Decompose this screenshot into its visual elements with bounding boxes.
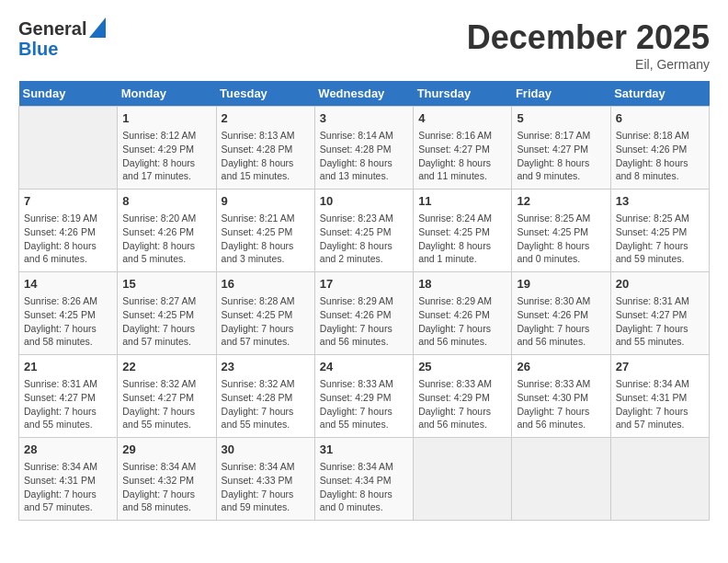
day-number: 16: [222, 276, 310, 293]
day-number: 8: [122, 193, 210, 210]
calendar-table: SundayMondayTuesdayWednesdayThursdayFrid…: [18, 81, 710, 521]
calendar-cell: 23Sunrise: 8:32 AMSunset: 4:28 PMDayligh…: [216, 355, 314, 438]
day-info: Sunrise: 8:32 AMSunset: 4:28 PMDaylight:…: [222, 377, 310, 431]
day-number: 9: [222, 193, 310, 210]
day-number: 3: [320, 110, 408, 127]
calendar-cell: 18Sunrise: 8:29 AMSunset: 4:26 PMDayligh…: [414, 272, 512, 355]
day-info: Sunrise: 8:34 AMSunset: 4:31 PMDaylight:…: [616, 377, 704, 431]
col-header-sunday: Sunday: [19, 81, 118, 107]
day-info: Sunrise: 8:34 AMSunset: 4:34 PMDaylight:…: [320, 460, 408, 514]
day-number: 13: [616, 193, 704, 210]
day-info: Sunrise: 8:21 AMSunset: 4:25 PMDaylight:…: [222, 212, 310, 266]
calendar-cell: [19, 107, 118, 190]
day-info: Sunrise: 8:13 AMSunset: 4:28 PMDaylight:…: [222, 129, 310, 183]
day-info: Sunrise: 8:16 AMSunset: 4:27 PMDaylight:…: [418, 129, 506, 183]
day-number: 20: [616, 276, 704, 293]
calendar-cell: 16Sunrise: 8:28 AMSunset: 4:25 PMDayligh…: [216, 272, 314, 355]
day-info: Sunrise: 8:27 AMSunset: 4:25 PMDaylight:…: [122, 294, 210, 349]
day-info: Sunrise: 8:19 AMSunset: 4:26 PMDaylight:…: [24, 212, 112, 266]
day-number: 5: [517, 110, 605, 127]
logo-blue: Blue: [18, 39, 58, 59]
calendar-cell: 2Sunrise: 8:13 AMSunset: 4:28 PMDaylight…: [216, 107, 314, 190]
calendar-cell: [610, 438, 709, 521]
day-number: 21: [24, 359, 112, 375]
page-header: General Blue December 2025 Eil, Germany: [18, 18, 710, 72]
day-number: 11: [418, 193, 506, 210]
calendar-cell: 6Sunrise: 8:18 AMSunset: 4:26 PMDaylight…: [610, 107, 709, 190]
col-header-friday: Friday: [512, 81, 610, 107]
calendar-week-2: 7Sunrise: 8:19 AMSunset: 4:26 PMDaylight…: [19, 190, 710, 272]
calendar-week-3: 14Sunrise: 8:26 AMSunset: 4:25 PMDayligh…: [19, 272, 710, 355]
calendar-cell: 10Sunrise: 8:23 AMSunset: 4:25 PMDayligh…: [314, 190, 413, 272]
day-info: Sunrise: 8:31 AMSunset: 4:27 PMDaylight:…: [24, 377, 112, 431]
calendar-cell: 26Sunrise: 8:33 AMSunset: 4:30 PMDayligh…: [512, 355, 610, 438]
day-number: 7: [24, 193, 112, 210]
day-number: 30: [222, 442, 310, 458]
day-number: 18: [418, 276, 506, 293]
day-info: Sunrise: 8:18 AMSunset: 4:26 PMDaylight:…: [616, 129, 704, 183]
day-info: Sunrise: 8:30 AMSunset: 4:26 PMDaylight:…: [517, 294, 605, 349]
day-number: 15: [122, 276, 210, 293]
day-number: 28: [24, 442, 112, 458]
calendar-cell: 24Sunrise: 8:33 AMSunset: 4:29 PMDayligh…: [314, 355, 413, 438]
day-info: Sunrise: 8:25 AMSunset: 4:25 PMDaylight:…: [616, 212, 704, 266]
calendar-cell: 29Sunrise: 8:34 AMSunset: 4:32 PMDayligh…: [118, 438, 216, 521]
calendar-cell: 9Sunrise: 8:21 AMSunset: 4:25 PMDaylight…: [216, 190, 314, 272]
calendar-cell: 22Sunrise: 8:32 AMSunset: 4:27 PMDayligh…: [118, 355, 216, 438]
day-number: 31: [320, 442, 408, 458]
day-info: Sunrise: 8:34 AMSunset: 4:32 PMDaylight:…: [122, 460, 210, 514]
day-info: Sunrise: 8:29 AMSunset: 4:26 PMDaylight:…: [418, 294, 506, 349]
month-title: December 2025: [467, 18, 710, 57]
col-header-thursday: Thursday: [414, 81, 512, 107]
day-number: 6: [616, 110, 704, 127]
day-number: 14: [24, 276, 112, 293]
day-info: Sunrise: 8:23 AMSunset: 4:25 PMDaylight:…: [320, 212, 408, 266]
day-info: Sunrise: 8:29 AMSunset: 4:26 PMDaylight:…: [320, 294, 408, 349]
day-number: 25: [418, 359, 506, 375]
day-number: 22: [122, 359, 210, 375]
day-info: Sunrise: 8:25 AMSunset: 4:25 PMDaylight:…: [517, 212, 605, 266]
day-number: 2: [222, 110, 310, 127]
calendar-cell: 5Sunrise: 8:17 AMSunset: 4:27 PMDaylight…: [512, 107, 610, 190]
calendar-cell: 8Sunrise: 8:20 AMSunset: 4:26 PMDaylight…: [118, 190, 216, 272]
day-number: 19: [517, 276, 605, 293]
logo: General Blue: [18, 18, 106, 59]
day-info: Sunrise: 8:33 AMSunset: 4:29 PMDaylight:…: [320, 377, 408, 431]
day-info: Sunrise: 8:33 AMSunset: 4:29 PMDaylight:…: [418, 377, 506, 431]
day-info: Sunrise: 8:34 AMSunset: 4:31 PMDaylight:…: [24, 460, 112, 514]
calendar-week-1: 1Sunrise: 8:12 AMSunset: 4:29 PMDaylight…: [19, 107, 710, 190]
title-block: December 2025 Eil, Germany: [467, 18, 710, 72]
calendar-cell: [512, 438, 610, 521]
calendar-cell: 31Sunrise: 8:34 AMSunset: 4:34 PMDayligh…: [314, 438, 413, 521]
calendar-header-row: SundayMondayTuesdayWednesdayThursdayFrid…: [19, 81, 710, 107]
day-number: 4: [418, 110, 506, 127]
day-number: 17: [320, 276, 408, 293]
calendar-cell: 25Sunrise: 8:33 AMSunset: 4:29 PMDayligh…: [414, 355, 512, 438]
calendar-cell: 20Sunrise: 8:31 AMSunset: 4:27 PMDayligh…: [610, 272, 709, 355]
day-number: 24: [320, 359, 408, 375]
logo-icon: [89, 17, 106, 38]
calendar-cell: 3Sunrise: 8:14 AMSunset: 4:28 PMDaylight…: [314, 107, 413, 190]
calendar-cell: 7Sunrise: 8:19 AMSunset: 4:26 PMDaylight…: [19, 190, 118, 272]
day-number: 1: [122, 110, 210, 127]
day-info: Sunrise: 8:32 AMSunset: 4:27 PMDaylight:…: [122, 377, 210, 431]
day-number: 27: [616, 359, 704, 375]
calendar-cell: 13Sunrise: 8:25 AMSunset: 4:25 PMDayligh…: [610, 190, 709, 272]
day-number: 23: [222, 359, 310, 375]
col-header-monday: Monday: [118, 81, 216, 107]
calendar-cell: 21Sunrise: 8:31 AMSunset: 4:27 PMDayligh…: [19, 355, 118, 438]
calendar-cell: 11Sunrise: 8:24 AMSunset: 4:25 PMDayligh…: [414, 190, 512, 272]
location-subtitle: Eil, Germany: [467, 57, 710, 72]
day-number: 29: [122, 442, 210, 458]
calendar-cell: 28Sunrise: 8:34 AMSunset: 4:31 PMDayligh…: [19, 438, 118, 521]
calendar-cell: 14Sunrise: 8:26 AMSunset: 4:25 PMDayligh…: [19, 272, 118, 355]
calendar-cell: 4Sunrise: 8:16 AMSunset: 4:27 PMDaylight…: [414, 107, 512, 190]
day-info: Sunrise: 8:17 AMSunset: 4:27 PMDaylight:…: [517, 129, 605, 183]
calendar-cell: 12Sunrise: 8:25 AMSunset: 4:25 PMDayligh…: [512, 190, 610, 272]
day-info: Sunrise: 8:20 AMSunset: 4:26 PMDaylight:…: [122, 212, 210, 266]
calendar-cell: 1Sunrise: 8:12 AMSunset: 4:29 PMDaylight…: [118, 107, 216, 190]
calendar-week-5: 28Sunrise: 8:34 AMSunset: 4:31 PMDayligh…: [19, 438, 710, 521]
day-number: 26: [517, 359, 605, 375]
calendar-cell: 15Sunrise: 8:27 AMSunset: 4:25 PMDayligh…: [118, 272, 216, 355]
day-info: Sunrise: 8:26 AMSunset: 4:25 PMDaylight:…: [24, 294, 112, 349]
